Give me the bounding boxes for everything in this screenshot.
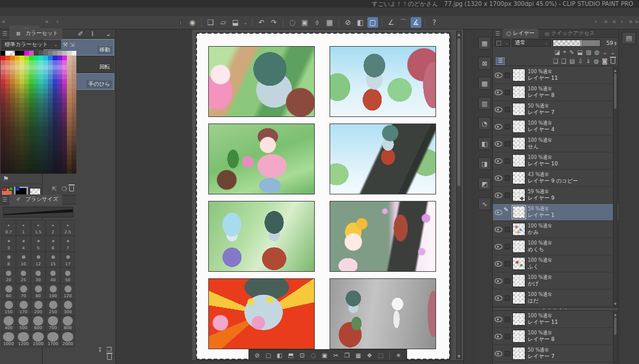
- color-swatch[interactable]: [67, 122, 72, 126]
- help-icon[interactable]: ?: [429, 17, 440, 28]
- toolbar-grip[interactable]: [179, 20, 182, 26]
- canvas-view[interactable]: ▲ ▼ ⊘▢◧⬒⊡◌▣✂❐▦❖⬚✳ 45.0 − + 0.0: [192, 30, 463, 364]
- color-swatch[interactable]: [24, 155, 29, 160]
- color-swatch[interactable]: [5, 141, 10, 145]
- color-swatch[interactable]: [29, 117, 34, 122]
- color-swatch[interactable]: [48, 89, 53, 93]
- color-swatch[interactable]: [57, 155, 62, 160]
- color-swatch[interactable]: [15, 126, 20, 131]
- opacity-slider-handle[interactable]: [580, 40, 582, 47]
- clip-studio-open-icon[interactable]: ◉: [187, 17, 198, 28]
- color-swatch[interactable]: [53, 155, 57, 160]
- color-swatch[interactable]: [67, 108, 72, 112]
- color-swatch[interactable]: [43, 70, 48, 74]
- brush-size-cell[interactable]: 60: [1, 284, 16, 300]
- color-swatch[interactable]: [5, 112, 10, 117]
- color-swatch[interactable]: [48, 126, 53, 131]
- color-swatch[interactable]: [29, 169, 34, 174]
- color-swatch[interactable]: [20, 70, 24, 74]
- palette-history-icon[interactable]: ∿: [478, 197, 491, 210]
- color-swatch[interactable]: [1, 122, 5, 126]
- color-swatch[interactable]: [20, 169, 24, 174]
- color-swatch[interactable]: [62, 164, 67, 169]
- color-swatch[interactable]: [29, 160, 34, 164]
- color-swatch[interactable]: [24, 74, 29, 79]
- color-swatch[interactable]: [43, 126, 48, 131]
- color-swatch[interactable]: [29, 89, 34, 93]
- layer-checkbox[interactable]: [505, 107, 510, 112]
- color-swatch[interactable]: [34, 150, 38, 155]
- color-swatch[interactable]: [15, 164, 20, 169]
- color-swatch[interactable]: [72, 93, 76, 98]
- brush-size-cell[interactable]: 7: [60, 236, 75, 252]
- color-swatch[interactable]: [57, 65, 62, 70]
- color-swatch[interactable]: [10, 65, 15, 70]
- color-swatch[interactable]: [53, 108, 57, 112]
- color-swatch[interactable]: [53, 84, 57, 89]
- color-swatch[interactable]: [48, 160, 53, 164]
- color-swatch[interactable]: [24, 112, 29, 117]
- color-swatch[interactable]: [5, 136, 10, 141]
- blend-mode-dropdown[interactable]: 通常⌄: [512, 39, 551, 47]
- color-swatch[interactable]: [1, 169, 5, 174]
- color-swatch[interactable]: [38, 145, 43, 150]
- color-swatch[interactable]: [15, 150, 20, 155]
- fill-icon[interactable]: ⬨: [312, 17, 322, 28]
- color-swatch[interactable]: [72, 74, 76, 79]
- color-swatch[interactable]: [57, 84, 62, 89]
- color-swatch[interactable]: [24, 70, 29, 74]
- layer-visible-icon[interactable]: [495, 278, 502, 284]
- color-swatch[interactable]: [67, 65, 72, 70]
- layer-checkbox[interactable]: [505, 141, 510, 147]
- color-swatch[interactable]: [38, 136, 43, 141]
- color-swatch[interactable]: [72, 60, 76, 65]
- invert-selection-icon[interactable]: ◧: [355, 17, 366, 28]
- color-swatch[interactable]: [72, 169, 76, 174]
- layer-visible-icon[interactable]: [495, 175, 502, 181]
- color-swatch[interactable]: [67, 126, 72, 131]
- color-swatch[interactable]: [38, 112, 43, 117]
- dock-collapse-icon[interactable]: «: [635, 18, 638, 25]
- color-swatch[interactable]: [43, 155, 48, 160]
- color-swatch[interactable]: [48, 98, 53, 103]
- color-swatch[interactable]: [34, 56, 38, 60]
- color-swatch[interactable]: [48, 122, 53, 126]
- brush-size-cell[interactable]: 25: [16, 268, 31, 284]
- color-swatch[interactable]: [38, 126, 43, 131]
- color-swatch[interactable]: [20, 164, 24, 169]
- color-swatch[interactable]: [5, 79, 10, 84]
- layer-thumbnail[interactable]: [512, 274, 525, 287]
- layer-thumbnail[interactable]: [512, 291, 525, 304]
- color-swatch[interactable]: [72, 103, 76, 108]
- color-swatch[interactable]: [29, 126, 34, 131]
- color-swatch[interactable]: [67, 145, 72, 150]
- color-swatch[interactable]: [72, 136, 76, 141]
- color-swatch[interactable]: [48, 65, 53, 70]
- color-swatch[interactable]: [10, 98, 15, 103]
- shrink-selection-icon[interactable]: ⊡: [298, 351, 306, 360]
- layer-visible-icon[interactable]: [495, 226, 502, 232]
- brush-size-cell[interactable]: 150: [1, 300, 16, 316]
- color-swatch[interactable]: [20, 131, 24, 136]
- snap-special-ruler-icon[interactable]: ⌒: [398, 17, 409, 28]
- redo-icon[interactable]: ↷: [269, 17, 279, 28]
- color-swatch[interactable]: [53, 169, 57, 174]
- color-swatch[interactable]: [53, 136, 57, 141]
- color-swatch[interactable]: [34, 131, 38, 136]
- brush-size-cell[interactable]: 5: [31, 236, 46, 252]
- color-swatch[interactable]: [43, 51, 48, 56]
- layer-row[interactable]: 100 %通常ふく: [493, 255, 618, 272]
- color-swatch[interactable]: [24, 65, 29, 70]
- color-swatch[interactable]: [43, 103, 48, 108]
- color-swatch[interactable]: [34, 136, 38, 141]
- color-swatch[interactable]: [29, 79, 34, 84]
- color-swatch[interactable]: [24, 117, 29, 122]
- color-swatch[interactable]: [72, 145, 76, 150]
- color-swatch[interactable]: [15, 145, 20, 150]
- color-swatch[interactable]: [1, 160, 5, 164]
- color-swatch[interactable]: [5, 74, 10, 79]
- layer-visible-icon[interactable]: [495, 72, 502, 78]
- color-swatch[interactable]: [48, 74, 53, 79]
- color-swatch[interactable]: [57, 169, 62, 174]
- color-swatch[interactable]: [43, 122, 48, 126]
